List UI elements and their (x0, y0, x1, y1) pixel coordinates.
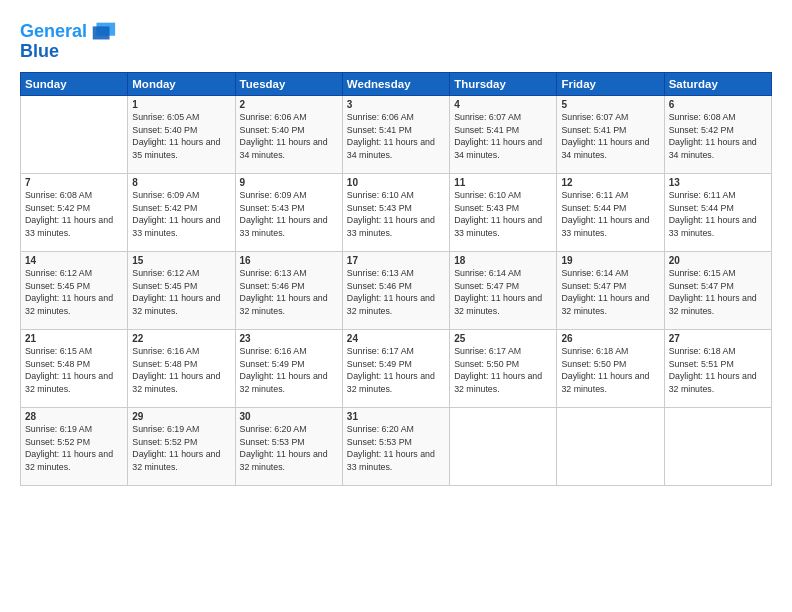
cell-1-5: 4Sunrise: 6:07 AM Sunset: 5:41 PM Daylig… (450, 95, 557, 173)
day-number: 11 (454, 177, 552, 188)
col-header-wednesday: Wednesday (342, 72, 449, 95)
week-row-1: 1Sunrise: 6:05 AM Sunset: 5:40 PM Daylig… (21, 95, 772, 173)
cell-4-7: 27Sunrise: 6:18 AM Sunset: 5:51 PM Dayli… (664, 329, 771, 407)
day-number: 18 (454, 255, 552, 266)
day-number: 4 (454, 99, 552, 110)
cell-1-7: 6Sunrise: 6:08 AM Sunset: 5:42 PM Daylig… (664, 95, 771, 173)
col-header-thursday: Thursday (450, 72, 557, 95)
cell-5-6 (557, 407, 664, 485)
cell-info: Sunrise: 6:14 AM Sunset: 5:47 PM Dayligh… (454, 267, 552, 318)
cell-info: Sunrise: 6:05 AM Sunset: 5:40 PM Dayligh… (132, 111, 230, 162)
day-number: 7 (25, 177, 123, 188)
day-number: 14 (25, 255, 123, 266)
cell-1-3: 2Sunrise: 6:06 AM Sunset: 5:40 PM Daylig… (235, 95, 342, 173)
svg-marker-1 (93, 26, 110, 39)
cell-info: Sunrise: 6:07 AM Sunset: 5:41 PM Dayligh… (454, 111, 552, 162)
cell-info: Sunrise: 6:10 AM Sunset: 5:43 PM Dayligh… (454, 189, 552, 240)
col-header-friday: Friday (557, 72, 664, 95)
cell-4-5: 25Sunrise: 6:17 AM Sunset: 5:50 PM Dayli… (450, 329, 557, 407)
cell-info: Sunrise: 6:09 AM Sunset: 5:43 PM Dayligh… (240, 189, 338, 240)
week-row-3: 14Sunrise: 6:12 AM Sunset: 5:45 PM Dayli… (21, 251, 772, 329)
day-number: 3 (347, 99, 445, 110)
cell-info: Sunrise: 6:10 AM Sunset: 5:43 PM Dayligh… (347, 189, 445, 240)
cell-info: Sunrise: 6:18 AM Sunset: 5:50 PM Dayligh… (561, 345, 659, 396)
cell-2-4: 10Sunrise: 6:10 AM Sunset: 5:43 PM Dayli… (342, 173, 449, 251)
page: General Blue SundayMondayTuesdayWednesda… (0, 0, 792, 612)
cell-info: Sunrise: 6:12 AM Sunset: 5:45 PM Dayligh… (132, 267, 230, 318)
cell-info: Sunrise: 6:12 AM Sunset: 5:45 PM Dayligh… (25, 267, 123, 318)
calendar-table: SundayMondayTuesdayWednesdayThursdayFrid… (20, 72, 772, 486)
cell-info: Sunrise: 6:14 AM Sunset: 5:47 PM Dayligh… (561, 267, 659, 318)
day-number: 27 (669, 333, 767, 344)
cell-4-1: 21Sunrise: 6:15 AM Sunset: 5:48 PM Dayli… (21, 329, 128, 407)
logo-icon (89, 18, 117, 46)
week-row-5: 28Sunrise: 6:19 AM Sunset: 5:52 PM Dayli… (21, 407, 772, 485)
day-number: 5 (561, 99, 659, 110)
cell-info: Sunrise: 6:08 AM Sunset: 5:42 PM Dayligh… (669, 111, 767, 162)
cell-5-4: 31Sunrise: 6:20 AM Sunset: 5:53 PM Dayli… (342, 407, 449, 485)
cell-2-1: 7Sunrise: 6:08 AM Sunset: 5:42 PM Daylig… (21, 173, 128, 251)
week-row-2: 7Sunrise: 6:08 AM Sunset: 5:42 PM Daylig… (21, 173, 772, 251)
cell-3-3: 16Sunrise: 6:13 AM Sunset: 5:46 PM Dayli… (235, 251, 342, 329)
logo: General Blue (20, 18, 117, 62)
cell-4-6: 26Sunrise: 6:18 AM Sunset: 5:50 PM Dayli… (557, 329, 664, 407)
cell-5-1: 28Sunrise: 6:19 AM Sunset: 5:52 PM Dayli… (21, 407, 128, 485)
cell-info: Sunrise: 6:17 AM Sunset: 5:50 PM Dayligh… (454, 345, 552, 396)
day-number: 20 (669, 255, 767, 266)
cell-info: Sunrise: 6:16 AM Sunset: 5:48 PM Dayligh… (132, 345, 230, 396)
cell-1-4: 3Sunrise: 6:06 AM Sunset: 5:41 PM Daylig… (342, 95, 449, 173)
day-number: 22 (132, 333, 230, 344)
day-number: 28 (25, 411, 123, 422)
day-number: 13 (669, 177, 767, 188)
cell-3-5: 18Sunrise: 6:14 AM Sunset: 5:47 PM Dayli… (450, 251, 557, 329)
cell-info: Sunrise: 6:19 AM Sunset: 5:52 PM Dayligh… (25, 423, 123, 474)
cell-info: Sunrise: 6:16 AM Sunset: 5:49 PM Dayligh… (240, 345, 338, 396)
day-number: 16 (240, 255, 338, 266)
col-header-saturday: Saturday (664, 72, 771, 95)
cell-1-6: 5Sunrise: 6:07 AM Sunset: 5:41 PM Daylig… (557, 95, 664, 173)
cell-info: Sunrise: 6:06 AM Sunset: 5:40 PM Dayligh… (240, 111, 338, 162)
cell-info: Sunrise: 6:11 AM Sunset: 5:44 PM Dayligh… (561, 189, 659, 240)
cell-2-5: 11Sunrise: 6:10 AM Sunset: 5:43 PM Dayli… (450, 173, 557, 251)
cell-3-7: 20Sunrise: 6:15 AM Sunset: 5:47 PM Dayli… (664, 251, 771, 329)
week-row-4: 21Sunrise: 6:15 AM Sunset: 5:48 PM Dayli… (21, 329, 772, 407)
cell-4-3: 23Sunrise: 6:16 AM Sunset: 5:49 PM Dayli… (235, 329, 342, 407)
logo-general: General (20, 21, 87, 41)
cell-info: Sunrise: 6:20 AM Sunset: 5:53 PM Dayligh… (347, 423, 445, 474)
cell-info: Sunrise: 6:07 AM Sunset: 5:41 PM Dayligh… (561, 111, 659, 162)
cell-info: Sunrise: 6:20 AM Sunset: 5:53 PM Dayligh… (240, 423, 338, 474)
cell-info: Sunrise: 6:13 AM Sunset: 5:46 PM Dayligh… (240, 267, 338, 318)
day-number: 2 (240, 99, 338, 110)
cell-info: Sunrise: 6:13 AM Sunset: 5:46 PM Dayligh… (347, 267, 445, 318)
cell-info: Sunrise: 6:09 AM Sunset: 5:42 PM Dayligh… (132, 189, 230, 240)
day-number: 31 (347, 411, 445, 422)
cell-5-3: 30Sunrise: 6:20 AM Sunset: 5:53 PM Dayli… (235, 407, 342, 485)
day-number: 25 (454, 333, 552, 344)
day-number: 8 (132, 177, 230, 188)
day-number: 10 (347, 177, 445, 188)
day-number: 17 (347, 255, 445, 266)
cell-info: Sunrise: 6:06 AM Sunset: 5:41 PM Dayligh… (347, 111, 445, 162)
cell-info: Sunrise: 6:15 AM Sunset: 5:48 PM Dayligh… (25, 345, 123, 396)
cell-2-6: 12Sunrise: 6:11 AM Sunset: 5:44 PM Dayli… (557, 173, 664, 251)
cell-5-7 (664, 407, 771, 485)
cell-5-5 (450, 407, 557, 485)
cell-1-1 (21, 95, 128, 173)
cell-1-2: 1Sunrise: 6:05 AM Sunset: 5:40 PM Daylig… (128, 95, 235, 173)
day-number: 1 (132, 99, 230, 110)
day-number: 30 (240, 411, 338, 422)
day-number: 15 (132, 255, 230, 266)
cell-info: Sunrise: 6:18 AM Sunset: 5:51 PM Dayligh… (669, 345, 767, 396)
cell-3-2: 15Sunrise: 6:12 AM Sunset: 5:45 PM Dayli… (128, 251, 235, 329)
day-number: 26 (561, 333, 659, 344)
cell-info: Sunrise: 6:15 AM Sunset: 5:47 PM Dayligh… (669, 267, 767, 318)
day-number: 6 (669, 99, 767, 110)
day-number: 9 (240, 177, 338, 188)
cell-3-4: 17Sunrise: 6:13 AM Sunset: 5:46 PM Dayli… (342, 251, 449, 329)
cell-5-2: 29Sunrise: 6:19 AM Sunset: 5:52 PM Dayli… (128, 407, 235, 485)
day-number: 21 (25, 333, 123, 344)
col-header-tuesday: Tuesday (235, 72, 342, 95)
day-number: 12 (561, 177, 659, 188)
col-header-monday: Monday (128, 72, 235, 95)
cell-info: Sunrise: 6:08 AM Sunset: 5:42 PM Dayligh… (25, 189, 123, 240)
